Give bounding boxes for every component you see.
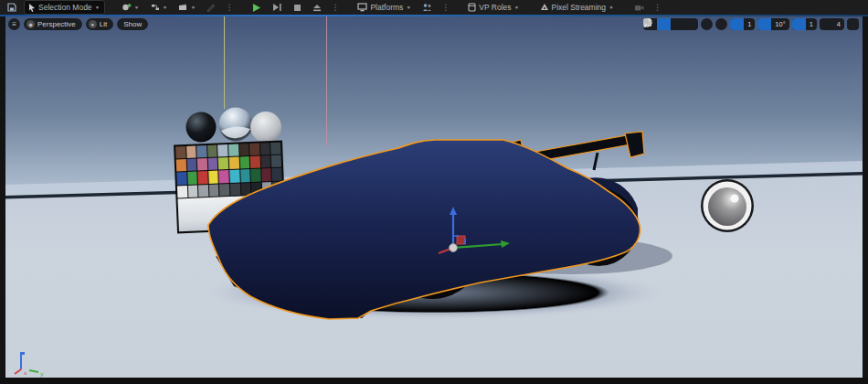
chevron-down-icon: ▼ [406,5,411,10]
gizmo-center[interactable] [450,244,458,252]
scene-foreground [5,16,863,378]
multi-user-button[interactable] [418,2,436,13]
lit-icon: ● [89,20,97,28]
scale-tool-button[interactable] [684,18,698,30]
pixel-streaming-icon [540,3,549,12]
pixel-streaming-label: Pixel Streaming [552,3,607,12]
eject-icon [312,3,322,12]
chevron-down-icon: ▼ [95,5,101,10]
multi-user-icon [422,3,432,12]
move-tool-button[interactable] [657,18,671,30]
view-mode-dropdown[interactable]: ● Lit [86,18,113,30]
window-edge-right [863,16,868,384]
toolbar-accent-line [0,15,868,16]
virtual-camera-button[interactable] [630,3,648,13]
platforms-label: Platforms [370,3,403,12]
perspective-label: Perspective [37,20,76,28]
vp-roles-dropdown[interactable]: VP Roles ▼ [464,2,523,13]
blueprints-icon [151,3,160,12]
stop-button[interactable] [290,3,305,13]
save-button[interactable] [4,2,20,13]
viewport-canvas[interactable]: x y [5,16,863,378]
vp-roles-icon [468,3,476,12]
blueprints-button[interactable]: ▼ [147,2,172,13]
gizmo-plane-handle[interactable] [457,236,465,244]
edit-tool-button[interactable] [203,2,219,13]
multi-user-menu[interactable]: ⋮ [439,3,451,12]
chevron-down-icon: ▼ [609,5,614,10]
cinematics-button[interactable]: ▼ [175,2,199,13]
camera-speed-group: 4 [820,18,844,30]
perspective-icon: ◆ [26,20,35,28]
chevron-down-icon: ▼ [163,5,168,10]
rotation-snap-toggle[interactable] [757,18,771,30]
add-actor-icon [122,3,132,12]
window-edge-left [0,16,5,384]
play-button[interactable] [248,2,265,14]
eject-button[interactable] [309,2,325,13]
show-label: Show [123,20,142,28]
surface-snapping-button[interactable] [715,18,727,30]
stop-icon [293,4,302,12]
perspective-dropdown[interactable]: ◆ Perspective [24,18,82,30]
viewport-options-menu[interactable]: ≡ [8,18,20,30]
cursor-icon [28,4,36,12]
rotation-snap-group: 10° [757,18,789,30]
world-coordinate-toggle[interactable] [701,18,713,30]
show-dropdown[interactable]: Show [117,18,148,30]
save-icon [7,3,16,12]
play-options-menu[interactable]: ⋮ [329,3,341,12]
play-icon [251,3,261,13]
platforms-monitor-icon [357,3,367,12]
modes-dropdown[interactable]: Selection Mode ▼ [24,0,105,15]
chevron-down-icon: ▼ [190,5,196,10]
platforms-dropdown[interactable]: Platforms ▼ [354,2,415,13]
cinematics-icon [178,3,187,12]
overflow-menu[interactable]: ⋮ [223,3,235,12]
skip-button[interactable] [269,2,286,13]
camera-speed-value[interactable]: 4 [833,20,844,28]
vp-roles-label: VP Roles [479,3,511,12]
status-bar [0,378,868,384]
chevron-down-icon: ▼ [134,5,140,10]
camera-icon [634,4,644,12]
grid-snap-toggle[interactable] [730,18,744,30]
quad-view-icon [643,18,651,27]
scale-snap-toggle[interactable] [792,18,806,30]
add-actor-button[interactable]: ▼ [118,2,143,13]
main-toolbar: Selection Mode ▼ ▼ ▼ ▼ ⋮ [0,0,868,15]
scale-snap-value[interactable]: 1 [806,20,817,28]
camera-options-menu[interactable]: ⋮ [651,3,663,12]
camera-speed-button[interactable] [820,18,833,30]
lit-label: Lit [100,20,107,28]
edit-icon [206,3,216,12]
modes-label: Selection Mode [38,3,92,12]
scale-snap-group: 1 [792,18,817,30]
grid-snap-group: 1 [730,18,755,30]
chevron-down-icon: ▼ [514,5,520,10]
maximize-viewport-button[interactable] [847,18,859,30]
pixel-streaming-dropdown[interactable]: Pixel Streaming ▼ [536,2,618,13]
grid-snap-value[interactable]: 1 [744,20,755,28]
rotate-tool-button[interactable] [671,18,684,30]
rotation-snap-value[interactable]: 10° [771,20,789,28]
skip-icon [272,3,282,12]
